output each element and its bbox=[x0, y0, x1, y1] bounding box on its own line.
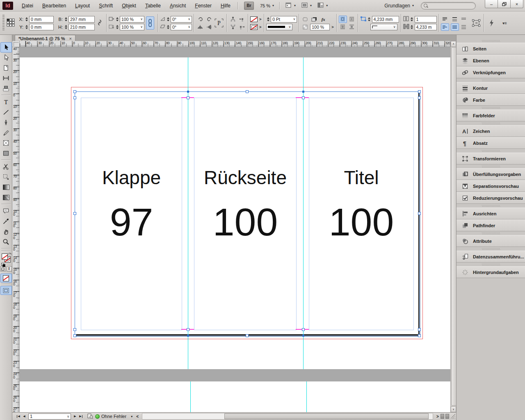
width-field[interactable]: 297 mm bbox=[68, 16, 95, 23]
fill-swatch-none[interactable] bbox=[250, 16, 258, 22]
panel-button-transform[interactable]: Transformieren bbox=[457, 153, 525, 164]
selection-handle[interactable] bbox=[418, 328, 421, 331]
rectangle-frame-tool[interactable] bbox=[0, 138, 12, 148]
scale-y-field[interactable]: 100 %∨ bbox=[120, 24, 144, 30]
selection-handle[interactable] bbox=[418, 90, 421, 93]
corner-size-field[interactable]: 4,233 mm bbox=[372, 16, 399, 23]
anchor-point[interactable] bbox=[302, 335, 304, 337]
gradient-feather-tool[interactable] bbox=[0, 192, 12, 203]
dock-group-grip[interactable] bbox=[457, 164, 525, 168]
x-stepper[interactable] bbox=[25, 17, 28, 21]
baseline-grid-mid-button[interactable] bbox=[460, 16, 468, 23]
fill-proxy-swatch[interactable] bbox=[2, 253, 8, 260]
dock-group-grip[interactable] bbox=[457, 78, 525, 82]
corner-shape-dropdown[interactable]: ∨ bbox=[370, 24, 397, 30]
stroke-weight-stepper[interactable] bbox=[266, 17, 270, 21]
align-center-button[interactable] bbox=[441, 23, 449, 31]
view-options-dropdown[interactable]: ▾ bbox=[283, 2, 299, 10]
minimize-button[interactable]: – bbox=[485, 0, 498, 8]
selection-handle[interactable] bbox=[73, 334, 76, 337]
wrap-bounding-box-button[interactable] bbox=[348, 16, 356, 23]
type-tool[interactable]: T bbox=[0, 97, 12, 107]
stroke-swatch-none[interactable] bbox=[250, 24, 258, 30]
panel-button-background-tasks[interactable]: Hintergrundaufgaben bbox=[457, 266, 525, 278]
shear-field[interactable]: 0°∨ bbox=[171, 24, 192, 30]
dock-group-grip[interactable] bbox=[457, 231, 525, 235]
menu-objekt[interactable]: Objekt bbox=[117, 0, 141, 11]
panel-button-align[interactable]: Ausrichten bbox=[457, 208, 525, 219]
no-text-wrap-button[interactable] bbox=[339, 16, 347, 23]
eyedropper-tool[interactable] bbox=[0, 216, 12, 226]
rotate-cw-button[interactable] bbox=[196, 16, 204, 23]
constrain-dimensions-icon[interactable] bbox=[97, 19, 103, 27]
rotation-field[interactable]: 0°∨ bbox=[171, 16, 192, 23]
resize-grip[interactable] bbox=[450, 414, 455, 419]
panel-button-swatches[interactable]: Farbfelder bbox=[457, 110, 525, 121]
jump-object-button[interactable] bbox=[348, 23, 356, 31]
scale-y-stepper[interactable] bbox=[115, 25, 119, 29]
scale-x-field[interactable]: 100 %∨ bbox=[120, 16, 144, 23]
menu-datei[interactable]: Datei bbox=[17, 0, 38, 11]
baseline-grid-top-button[interactable] bbox=[451, 16, 459, 23]
pen-tool[interactable] bbox=[0, 117, 12, 128]
stroke-weight-field[interactable]: 0 Pt∨ bbox=[271, 16, 297, 23]
dock-group-grip[interactable] bbox=[457, 204, 525, 208]
link-scale-button[interactable] bbox=[146, 16, 154, 30]
selection-handle[interactable] bbox=[302, 328, 305, 331]
selection-handle[interactable] bbox=[73, 96, 76, 99]
ruler-origin-corner[interactable] bbox=[12, 41, 20, 47]
selection-handle[interactable] bbox=[418, 96, 421, 99]
select-next-button[interactable] bbox=[238, 23, 246, 31]
scroll-up-arrow[interactable]: ∧ bbox=[451, 41, 456, 47]
selection-bounding-box[interactable] bbox=[75, 91, 420, 336]
direct-selection-tool[interactable] bbox=[0, 52, 12, 63]
rotate-ccw-button[interactable] bbox=[205, 16, 213, 23]
opacity-flyout-arrow[interactable]: > bbox=[331, 25, 333, 29]
vertical-ruler[interactable]: 4030201001020304050607080901001101201301… bbox=[12, 47, 20, 412]
first-page-button[interactable]: ◀ bbox=[16, 413, 21, 419]
spread-view-icon[interactable] bbox=[441, 414, 444, 419]
selection-handle[interactable] bbox=[73, 90, 76, 93]
flip-vertical-button[interactable] bbox=[205, 23, 213, 31]
screen-mode-dropdown[interactable]: ▾ bbox=[299, 2, 315, 10]
formatting-affects-text-button[interactable]: T bbox=[7, 266, 12, 272]
pencil-tool[interactable] bbox=[0, 128, 12, 138]
align-top-button[interactable] bbox=[441, 16, 449, 23]
preflight-dropdown-arrow[interactable]: ▾ bbox=[129, 413, 135, 419]
selection-handle[interactable] bbox=[302, 96, 305, 99]
line-tool[interactable] bbox=[0, 107, 12, 117]
content-grabber-button[interactable]: P bbox=[213, 16, 225, 30]
selection-handle[interactable] bbox=[246, 90, 249, 93]
columns-stepper[interactable] bbox=[410, 17, 414, 21]
zoom-tool[interactable] bbox=[0, 237, 12, 247]
leading-a-button[interactable] bbox=[451, 23, 459, 31]
height-stepper[interactable] bbox=[64, 25, 68, 29]
width-stepper[interactable] bbox=[64, 17, 68, 21]
columns-field[interactable]: 1 bbox=[415, 16, 437, 23]
selection-handle[interactable] bbox=[418, 334, 421, 337]
screen-mode-button[interactable] bbox=[0, 286, 12, 295]
preflight-menu-icon[interactable] bbox=[87, 413, 94, 420]
selection-handle[interactable] bbox=[73, 212, 76, 215]
dock-group-grip[interactable] bbox=[457, 121, 525, 125]
selection-handle[interactable] bbox=[418, 212, 421, 215]
drop-shadow-button[interactable] bbox=[310, 16, 318, 23]
hand-tool[interactable] bbox=[0, 226, 12, 237]
fold-guide[interactable] bbox=[190, 381, 191, 412]
horizontal-scroll-thumb[interactable] bbox=[224, 413, 429, 419]
zoom-level-dropdown[interactable]: 75 % ▾ bbox=[257, 2, 277, 9]
dock-group-grip[interactable] bbox=[457, 247, 525, 251]
rotation-stepper[interactable] bbox=[166, 17, 170, 21]
fill-flyout-arrow[interactable]: > bbox=[259, 17, 261, 21]
last-page-button[interactable]: ▶ bbox=[78, 413, 84, 419]
dock-group-grip[interactable] bbox=[457, 262, 525, 266]
gutter-stepper[interactable] bbox=[410, 25, 414, 29]
fill-stroke-proxy[interactable] bbox=[1, 253, 11, 265]
menu-bearbeiten[interactable]: Bearbeiten bbox=[38, 0, 71, 11]
previous-page-button[interactable]: ◀ bbox=[21, 413, 27, 419]
panel-menu-button[interactable]: ▾≡ bbox=[499, 17, 511, 29]
selection-handle[interactable] bbox=[246, 334, 249, 337]
restore-button[interactable] bbox=[498, 0, 511, 8]
panel-button-color[interactable]: Farbe bbox=[457, 94, 525, 106]
fold-guide[interactable] bbox=[306, 381, 307, 412]
